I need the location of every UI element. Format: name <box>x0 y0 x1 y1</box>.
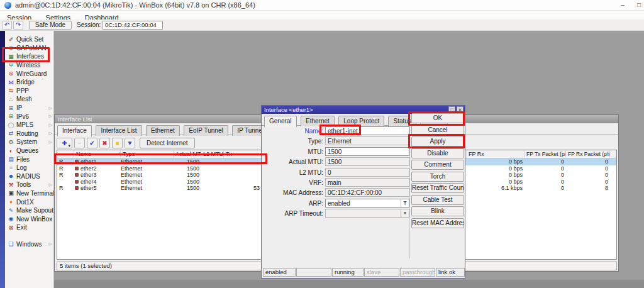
detect-internet-button[interactable]: Detect Internet <box>140 138 195 148</box>
Dot1X[interactable]: ♦ Dot1X ▷ <box>5 197 53 206</box>
tab[interactable]: EoIP Tunnel <box>184 125 228 136</box>
field-input[interactable]: 0 <box>325 168 409 177</box>
disable-button[interactable]: Disable <box>411 148 464 158</box>
field-input[interactable]: 1500 <box>325 147 409 156</box>
ethernet-interface-icon <box>75 180 79 184</box>
enable-button[interactable]: ✔ <box>87 138 97 148</box>
filter-button[interactable]: ▼ <box>125 138 135 148</box>
field-input[interactable]: 0C:1D:42:CF:00:00 <box>325 188 409 197</box>
Log[interactable]: ≡ Log ▷ <box>5 163 53 172</box>
Files[interactable]: ▤ Files ▷ <box>5 155 53 163</box>
comment-button[interactable]: ■ <box>112 138 123 148</box>
sidebar-item-label: PPP <box>16 87 29 94</box>
enable-icon: ✔ <box>89 140 94 147</box>
menubar: Session Settings Dashboard <box>0 11 644 19</box>
running-flag: R <box>57 172 74 179</box>
field-label: Actual MTU: <box>264 158 323 165</box>
maximize-icon[interactable]: □ <box>633 1 644 9</box>
window-title: admin@0C:1D:42:CF:00:04 (MikroTik) - Win… <box>15 1 255 9</box>
sidebar-item-label: Bridge <box>16 79 35 86</box>
tab[interactable]: General <box>264 116 297 127</box>
interface-type: Ethernet <box>121 179 174 186</box>
field-input[interactable]: enabled <box>325 199 409 208</box>
cable-test-button[interactable]: Cable Test <box>411 195 464 205</box>
actual-mtu-value: 1500 <box>174 172 201 179</box>
minimize-icon[interactable]: – <box>616 1 629 9</box>
PPP[interactable]: ⇆ PPP ▷ <box>5 87 53 96</box>
session-field[interactable]: 0C:1D:42:CF:00:04 <box>103 21 163 30</box>
sidebar-item-label: RADIUS <box>16 173 40 180</box>
status-cell: passthrough <box>400 268 435 277</box>
redo-icon[interactable]: ↷ <box>13 21 23 30</box>
tab[interactable]: Ethernet <box>146 125 180 136</box>
WireGuard[interactable]: ⊚ WireGuard ▷ <box>5 69 53 78</box>
dialog-buttons: OK Cancel Apply Disable Comment Torch Re… <box>411 113 464 230</box>
dialog-fields: Name: ether1-inet Type: Ethernet MTU: 15… <box>264 126 409 219</box>
fp-rx-packet-value: 0 <box>566 172 610 179</box>
tx-value: 53 <box>224 185 262 192</box>
Queues[interactable]: ◐ Queues ▷ <box>5 147 53 155</box>
routing-icon: ⇄ <box>7 130 15 136</box>
field-label: L2 MTU: <box>264 169 323 176</box>
annotation-ok-button <box>408 111 465 126</box>
arp-field: ARP: enabled <box>264 199 409 209</box>
Bridge[interactable]: ⋈ Bridge ▷ <box>5 78 53 87</box>
MPLS[interactable]: ◯ MPLS ▷ <box>5 121 53 130</box>
ethernet-interface-icon <box>75 173 79 177</box>
submenu-arrow-icon: ▷ <box>49 131 52 136</box>
remove-button[interactable]: − <box>74 138 85 148</box>
RADIUS[interactable]: ☻ RADIUS ▷ <box>5 172 53 181</box>
torch-button[interactable]: Torch <box>411 172 464 182</box>
New Terminal[interactable]: ▣ New Terminal ▷ <box>5 189 53 198</box>
Windows[interactable]: ❏ Windows ▷ <box>5 240 53 249</box>
undo-icon[interactable]: ↶ <box>2 21 12 30</box>
actual-mtu-field: Actual MTU: 1500 <box>264 157 409 167</box>
type-field: Type: Ethernet <box>264 136 409 147</box>
status-cell: running <box>332 268 364 277</box>
column-header-fp-rx-packet[interactable]: FP Rx Packet (p/s) <box>566 150 610 158</box>
annotation-ether1-row <box>54 153 267 164</box>
submenu-arrow-icon: ▷ <box>49 241 52 246</box>
IPv6[interactable]: ⊞ IPv6 ▷ <box>5 112 53 121</box>
remove-icon: − <box>78 140 82 147</box>
Tools[interactable]: ⚒ Tools ▷ <box>5 180 53 189</box>
comment-button[interactable]: Comment <box>411 160 464 170</box>
dropdown-icon[interactable] <box>401 209 409 217</box>
status-cell: enabled <box>263 268 296 277</box>
field-input[interactable] <box>325 209 409 218</box>
safe-mode-button[interactable]: Safe Mode <box>29 21 72 30</box>
reset-traffic-counters-button[interactable]: Reset Traffic Counters <box>411 183 464 193</box>
disable-button[interactable]: ✖ <box>99 138 110 148</box>
column-header-fp-tx-packet[interactable]: FP Tx Packet (p/s) <box>525 150 566 158</box>
interface-name: ether4 <box>80 179 97 185</box>
tab[interactable]: Interface <box>57 125 92 136</box>
Exit[interactable]: ⊠ Exit ▷ <box>5 223 53 232</box>
reset-mac-address-button[interactable]: Reset MAC Address <box>411 218 464 228</box>
Quick Set[interactable]: ✐ Quick Set ▷ <box>5 35 53 44</box>
dropdown-icon[interactable] <box>401 199 409 207</box>
exit-icon: ⊠ <box>7 224 15 231</box>
add-button[interactable]: ✚ <box>57 138 72 148</box>
tab[interactable]: Interface List <box>96 125 142 136</box>
sidebar-item-label: Exit <box>16 224 27 231</box>
IP[interactable]: ⊞ IP ▷ <box>5 104 53 113</box>
field-input[interactable]: main <box>325 178 409 187</box>
Routing[interactable]: ⇄ Routing ▷ <box>5 130 53 138</box>
New WinBox[interactable]: ◉ New WinBox ▷ <box>5 214 53 223</box>
field-input[interactable]: Ethernet <box>325 136 409 145</box>
System[interactable]: ⚙ System ▷ <box>5 138 53 147</box>
blink-button[interactable]: Blink <box>411 206 464 216</box>
sidebar-item-label: Quick Set <box>16 36 43 43</box>
window-titlebar: admin@0C:1D:42:CF:00:04 (MikroTik) - Win… <box>0 0 644 11</box>
sidebar-item-label: System <box>16 138 37 145</box>
sidebar-item-label: Log <box>16 164 27 171</box>
Make Supout.rif[interactable]: ✎ Make Supout.rif ▷ <box>5 206 53 215</box>
Mesh[interactable]: ∴ Mesh ▷ <box>5 95 53 104</box>
column-header-fp-rx[interactable]: FP Rx <box>467 150 525 158</box>
field-label: VRF: <box>264 179 323 186</box>
tools-icon: ⚒ <box>7 182 15 188</box>
make-supout-icon: ✎ <box>7 208 15 214</box>
field-input[interactable]: 1500 <box>325 157 409 166</box>
sidebar-item-label: New Terminal <box>16 190 54 197</box>
l2-mtu-value <box>201 165 224 172</box>
